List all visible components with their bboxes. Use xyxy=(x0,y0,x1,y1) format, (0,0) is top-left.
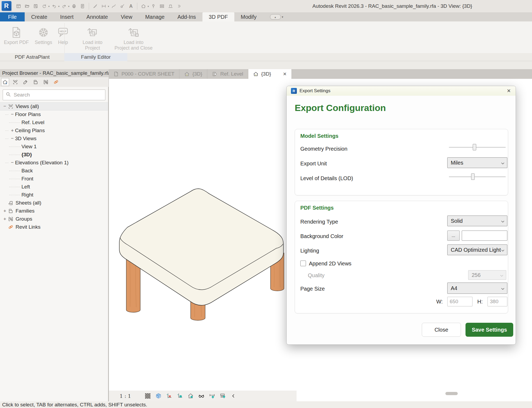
tree-item-3d-views[interactable]: −3D Views xyxy=(0,135,108,143)
dropdown-caret-icon[interactable]: ▾ xyxy=(58,5,60,8)
save-settings-button[interactable]: Save Settings xyxy=(466,323,513,337)
tree-expander-icon[interactable]: − xyxy=(10,112,15,117)
tree-expander-icon[interactable]: − xyxy=(10,160,15,165)
scale-indicator[interactable]: 1 : 1 xyxy=(120,393,131,399)
dropdown-caret-icon[interactable]: ▾ xyxy=(108,5,109,8)
view-tab--3d-[interactable]: {3D} xyxy=(179,69,207,79)
load-into-button[interactable]: Load into Project xyxy=(76,23,109,51)
quality-select[interactable]: 256 xyxy=(468,270,506,280)
tree-item-back[interactable]: Back xyxy=(0,167,108,175)
help-button[interactable]: HELPHelp xyxy=(54,23,72,45)
append-2d-views-checkbox[interactable] xyxy=(300,261,306,266)
undo-icon[interactable] xyxy=(50,2,58,10)
ribbon-tab-file[interactable]: File xyxy=(0,12,25,21)
sync-icon[interactable] xyxy=(40,2,48,10)
tree-item-ceiling-plans[interactable]: +Ceiling Plans xyxy=(0,127,108,135)
view-tab--3d-[interactable]: {3D}✕ xyxy=(248,69,292,79)
redo-icon[interactable] xyxy=(60,2,68,10)
detail-level-icon[interactable] xyxy=(143,391,153,400)
glasses-icon[interactable] xyxy=(197,391,206,400)
ribbon-tab-add-ins[interactable]: Add-Ins xyxy=(171,12,202,21)
geometry-precision-slider[interactable] xyxy=(449,144,506,150)
home-icon[interactable] xyxy=(139,2,147,10)
tree-expander-icon[interactable]: + xyxy=(10,128,15,133)
dropdown-caret-icon[interactable]: ▾ xyxy=(147,5,149,8)
dropdown-caret-icon[interactable]: ▾ xyxy=(48,5,50,8)
tree-item-sheets-all-[interactable]: Sheets (all) xyxy=(0,199,108,207)
rendering-type-select[interactable]: Solid xyxy=(447,216,507,226)
dim-dot-icon[interactable] xyxy=(207,391,217,400)
tree-item-right[interactable]: Right xyxy=(0,191,108,199)
crop-x-icon[interactable] xyxy=(164,391,174,400)
close-button[interactable]: Close xyxy=(422,323,461,337)
dropdown-caret-icon[interactable]: ▾ xyxy=(68,5,69,8)
properties-icon[interactable] xyxy=(14,2,23,10)
dialog-close-icon[interactable]: ✕ xyxy=(507,88,511,94)
text-icon[interactable]: A xyxy=(127,2,135,10)
tree-expander-icon[interactable]: + xyxy=(2,216,8,222)
print-icon[interactable] xyxy=(70,2,78,10)
open-icon[interactable] xyxy=(23,2,31,10)
slider-thumb[interactable] xyxy=(473,144,476,150)
crop-dot-icon[interactable] xyxy=(175,391,185,400)
tree-item-ref-level[interactable]: Ref. Level xyxy=(0,118,108,127)
tree-item-front[interactable]: Front xyxy=(0,175,108,183)
tree-item-revit-links[interactable]: Revit Links xyxy=(0,223,108,231)
list-dot-icon[interactable] xyxy=(218,391,228,400)
settings-button[interactable]: Settings xyxy=(33,23,54,45)
tree-item-families[interactable]: +Families xyxy=(0,207,108,215)
ribbon-tab-view[interactable]: View xyxy=(114,12,139,21)
doc-edit-icon[interactable] xyxy=(79,2,87,10)
search-input[interactable] xyxy=(14,92,94,98)
ribbon-tab-manage[interactable]: Manage xyxy=(139,12,171,21)
export-pdf-button[interactable]: Export PDF xyxy=(0,23,33,45)
export-unit-select[interactable]: Miles xyxy=(447,157,507,168)
visual-style-icon[interactable] xyxy=(154,391,163,400)
spline-icon[interactable] xyxy=(110,2,118,10)
tree-item-groups[interactable]: +Groups xyxy=(0,215,108,223)
measure-icon[interactable] xyxy=(91,2,99,10)
home-small-icon[interactable] xyxy=(1,78,9,86)
height-input[interactable] xyxy=(487,297,507,306)
width-input[interactable] xyxy=(447,297,472,306)
load-into-button[interactable]: Load into Project and Close xyxy=(109,23,158,51)
background-color-input[interactable] xyxy=(462,231,507,241)
lighting-select[interactable]: CAD Optimized Light xyxy=(447,244,507,255)
worksets-icon[interactable] xyxy=(158,2,166,10)
section-icon[interactable] xyxy=(167,2,175,10)
page-size-select[interactable]: A4 xyxy=(447,283,507,294)
tree-item-floor-plans[interactable]: −Floor Plans xyxy=(0,110,108,118)
ribbon-tab-3d-pdf[interactable]: 3D PDF xyxy=(202,12,234,21)
ribbon-tab-annotate[interactable]: Annotate xyxy=(80,12,114,21)
revit-logo-icon[interactable]: R xyxy=(2,1,11,11)
slider-thumb[interactable] xyxy=(471,173,475,180)
groups-icon[interactable] xyxy=(42,78,50,86)
tree-item--3d-[interactable]: {3D} xyxy=(0,151,108,159)
tag-icon[interactable] xyxy=(118,2,126,10)
house-dot-icon[interactable] xyxy=(186,391,195,400)
tree-expander-icon[interactable]: + xyxy=(2,208,8,214)
families-icon[interactable] xyxy=(32,78,40,86)
search-box[interactable] xyxy=(3,90,105,100)
pin-icon[interactable] xyxy=(149,2,157,10)
tree-item-left[interactable]: Left xyxy=(0,183,108,191)
ribbon-collapse-button[interactable]: ▴▾ xyxy=(270,12,283,21)
save-icon[interactable] xyxy=(32,2,40,10)
pencil-icon[interactable] xyxy=(21,78,29,86)
views-cube-icon[interactable] xyxy=(11,78,19,86)
background-color-picker-button[interactable]: ... xyxy=(447,231,460,241)
scrollbar-thumb[interactable] xyxy=(445,392,458,395)
tree-item-views-all-[interactable]: −Views (all) xyxy=(0,102,108,110)
ribbon-tab-insert[interactable]: Insert xyxy=(54,12,80,21)
tree-item-view-1[interactable]: View 1 xyxy=(0,143,108,151)
back-chevron-icon[interactable] xyxy=(229,391,238,400)
ribbon-tab-modify[interactable]: Modify xyxy=(234,12,263,21)
view-tab-ref-level[interactable]: Ref. Level xyxy=(207,69,248,79)
ribbon-tab-create[interactable]: Create xyxy=(25,12,54,21)
tree-item-elevations-elevation-1-[interactable]: −Elevations (Elevation 1) xyxy=(0,159,108,167)
link-icon[interactable] xyxy=(52,78,60,86)
lod-slider[interactable] xyxy=(449,173,506,180)
close-tab-icon[interactable]: ✕ xyxy=(283,71,287,77)
view-tab-p000-cover-sheet[interactable]: P000 - COVER SHEET xyxy=(109,69,179,79)
dimension-icon[interactable] xyxy=(100,2,108,10)
